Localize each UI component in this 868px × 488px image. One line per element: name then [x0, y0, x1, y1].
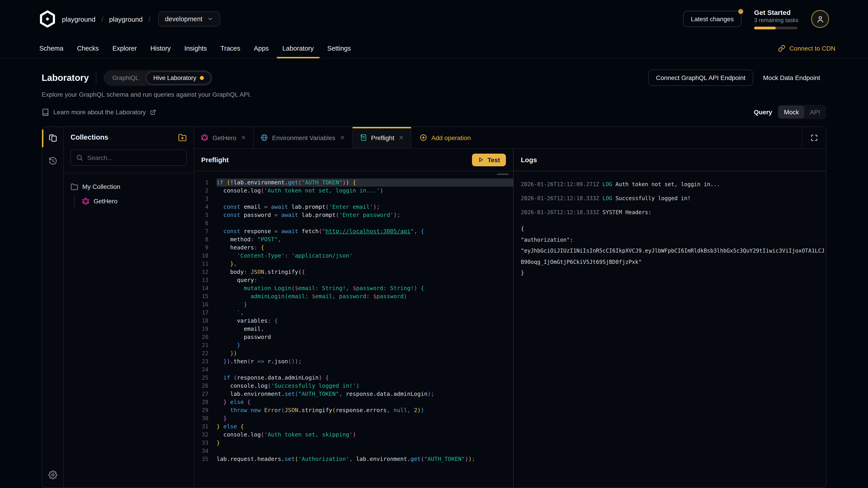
mode-option-graphiql[interactable]: GraphiQL	[105, 71, 146, 84]
code-line: 35lab.request.headers.set('Authorization…	[194, 455, 513, 463]
operation-tabbar: GetHeroEnvironment VariablesPreflight Ad…	[194, 127, 826, 149]
rail-settings-button[interactable]	[42, 462, 63, 488]
target-select[interactable]: development	[158, 11, 220, 27]
get-started-widget[interactable]: Get Started 3 remaining tasks	[754, 8, 798, 29]
rail-history-button[interactable]	[42, 150, 63, 172]
latest-changes-label: Latest changes	[691, 15, 734, 23]
search-input[interactable]	[87, 154, 181, 161]
line-content: body: JSON.stringify({	[217, 268, 513, 276]
tab-preflight[interactable]: Preflight	[352, 127, 411, 148]
editor-scrollbar[interactable]	[497, 173, 508, 175]
add-operation-button[interactable]: Add operation	[411, 127, 479, 148]
line-content: }	[217, 439, 513, 447]
breadcrumb-separator: /	[101, 15, 103, 23]
line-content: }	[217, 414, 513, 422]
test-button-label: Test	[488, 156, 500, 163]
nav-item-apps[interactable]: Apps	[247, 39, 276, 58]
gear-icon	[48, 470, 57, 480]
code-line: 19 email,	[194, 325, 513, 333]
mock-data-endpoint-button[interactable]: Mock Data Endpoint	[757, 70, 827, 86]
line-content: console.log('Auth token not set, loggin …	[217, 187, 513, 195]
nav-item-checks[interactable]: Checks	[70, 39, 105, 58]
code-line: 13 query: `	[194, 276, 513, 284]
page-title: Laboratory	[41, 72, 89, 83]
line-content	[217, 447, 513, 455]
code-line: 33}	[194, 439, 513, 447]
code-line: 34	[194, 447, 513, 455]
query-mode-mock[interactable]: Mock	[778, 106, 804, 119]
left-icon-rail	[42, 127, 64, 488]
line-number: 18	[194, 317, 217, 325]
line-number: 22	[194, 349, 217, 357]
line-content: }	[217, 300, 513, 308]
line-number: 33	[194, 439, 217, 447]
breadcrumb-project[interactable]: playground	[109, 15, 143, 23]
plus-circle-icon	[420, 134, 427, 141]
collections-title: Collections	[70, 133, 108, 141]
line-content	[217, 195, 513, 203]
tab-close-icon[interactable]	[241, 135, 246, 140]
nav-item-insights[interactable]: Insights	[178, 39, 214, 58]
rail-spacer	[42, 172, 63, 462]
nav-item-laboratory[interactable]: Laboratory	[276, 39, 320, 58]
top-bar-right: Latest changes Get Started 3 remaining t…	[683, 8, 829, 29]
top-bar: playground / playground / development La…	[0, 0, 868, 38]
log-json-line: {	[521, 223, 826, 234]
test-button[interactable]: Test	[472, 153, 506, 166]
line-content: adminLogin(email: $email, password: $pas…	[217, 292, 513, 300]
rail-collections-button[interactable]	[42, 127, 63, 150]
line-number: 6	[194, 219, 217, 227]
line-number: 4	[194, 203, 217, 211]
add-collection-button[interactable]	[178, 133, 187, 142]
connect-to-cdn-label: Connect to CDN	[789, 44, 835, 52]
code-line: 32 console.log('Auth token set, skipping…	[194, 431, 513, 439]
code-editor[interactable]: 1if (!lab.environment.get("AUTH_TOKEN"))…	[194, 171, 513, 488]
line-number: 15	[194, 292, 217, 300]
collection-operation[interactable]: GetHero	[82, 195, 187, 207]
line-number: 8	[194, 235, 217, 243]
tab-environment-variables[interactable]: Environment Variables	[254, 127, 352, 148]
tabbar-spacer	[479, 127, 802, 148]
line-number: 3	[194, 195, 217, 203]
line-number: 25	[194, 374, 217, 382]
line-content: query: `	[217, 276, 513, 284]
pane-title: Preflight	[201, 156, 229, 164]
query-mode-segmented: MockAPI	[778, 105, 827, 119]
tab-label: Preflight	[371, 134, 394, 141]
collection-folder[interactable]: My Collection	[70, 180, 187, 193]
code-line: 8 method: "POST",	[194, 235, 513, 243]
fullscreen-button[interactable]	[802, 127, 826, 148]
line-content	[217, 365, 513, 374]
line-content: mutation Login($email: String!, $passwor…	[217, 284, 513, 292]
line-number: 28	[194, 398, 217, 406]
latest-changes-button[interactable]: Latest changes	[683, 11, 741, 27]
line-number: 1	[194, 178, 217, 187]
user-avatar[interactable]	[811, 10, 829, 28]
line-content: if (response.data.adminLogin) {	[217, 374, 513, 382]
nav-item-schema[interactable]: Schema	[33, 39, 70, 58]
line-content: console.log('Auth token set, skipping')	[217, 431, 513, 439]
line-number: 32	[194, 431, 217, 439]
nav-item-traces[interactable]: Traces	[214, 39, 247, 58]
history-icon	[48, 156, 57, 165]
collection-folder-label: My Collection	[82, 183, 120, 190]
hive-logo-icon[interactable]	[39, 10, 56, 28]
tab-close-icon[interactable]	[398, 135, 404, 140]
nav-item-settings[interactable]: Settings	[320, 39, 358, 58]
tab-label: GetHero	[213, 134, 237, 141]
learn-more-link[interactable]: Learn more about the Laboratory	[41, 108, 156, 116]
get-started-progressbar	[754, 27, 798, 29]
log-entry: 2026-01-26T12:12:18.333Z LOG Successfull…	[521, 195, 826, 201]
code-line: 28 } else {	[194, 398, 513, 406]
connect-to-cdn-link[interactable]: Connect to CDN	[778, 44, 835, 52]
tab-gethero[interactable]: GetHero	[194, 127, 254, 148]
mode-option-hive-laboratory[interactable]: Hive Laboratory	[146, 71, 211, 84]
query-mode-api[interactable]: API	[804, 106, 826, 119]
connect-graphql-endpoint-button[interactable]: Connect GraphQL API Endpoint	[648, 70, 753, 86]
fullscreen-icon	[810, 134, 817, 141]
nav-item-history[interactable]: History	[144, 39, 178, 58]
tab-close-icon[interactable]	[339, 135, 345, 140]
nav-item-explorer[interactable]: Explorer	[105, 39, 144, 58]
code-line: 14 mutation Login($email: String!, $pass…	[194, 284, 513, 292]
breadcrumb-org[interactable]: playground	[62, 15, 95, 23]
